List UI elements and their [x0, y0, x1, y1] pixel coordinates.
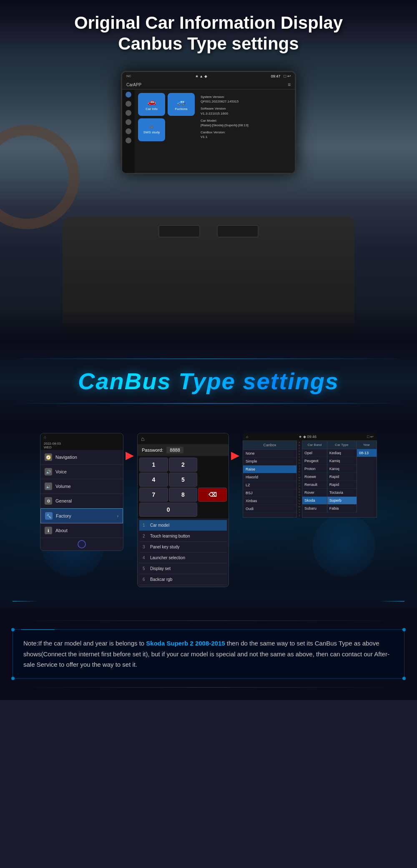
screen-info-panel: System Version: QF001.20220827.145315 So… [199, 93, 291, 170]
fuctions-icon: 🚙 [177, 98, 186, 106]
brand-simple[interactable]: Simple [243, 458, 296, 465]
key-7[interactable]: 7 [139, 488, 168, 502]
fuctions-btn[interactable]: 🚙 Fuctions [168, 93, 195, 116]
band-subaru[interactable]: Subaru [302, 505, 327, 513]
factory-item-1-num: 1 [143, 523, 148, 528]
car-info-btn[interactable]: 🚗 Car Info [138, 93, 165, 116]
factory-item-3-num: 3 [143, 545, 148, 549]
band-roewe[interactable]: Roewe [302, 473, 327, 481]
type-karoq[interactable]: Karoq [327, 465, 357, 473]
brand-lz[interactable]: LZ [243, 481, 296, 489]
brand-oudi[interactable]: Oudi [243, 505, 296, 513]
screen-status-left: NC [126, 74, 131, 78]
brand-raise[interactable]: Raise [243, 465, 296, 473]
header-car-type: Car Type [327, 441, 357, 449]
brand-list: None Simple Raise Hiworld LZ BSJ Xinbas … [243, 450, 296, 513]
band-skoda[interactable]: Skoda [302, 497, 327, 505]
panel3-home-icon: ⌂ [246, 435, 248, 439]
key-8[interactable]: 8 [169, 488, 198, 502]
sws-label: SWS study [143, 130, 160, 134]
type-rapid2[interactable]: Rapid [327, 481, 357, 489]
car-screen-container: NC ★ ▲ ◆ 09:47 □ ↩ CarAPP ≡ [121, 71, 296, 174]
factory-item-car-model[interactable]: 1 Car model [139, 520, 227, 531]
type-fabia[interactable]: Fabia [327, 505, 357, 513]
main-title-line1: Original Car Information Display [17, 13, 400, 33]
factory-item-display[interactable]: 5 Display set [139, 563, 227, 574]
menu-item-about[interactable]: ℹ About [40, 523, 123, 538]
band-renault[interactable]: Renault [302, 481, 327, 489]
key-4[interactable]: 4 [139, 473, 168, 487]
factory-item-touch[interactable]: 2 Touch learning button [139, 531, 227, 542]
about-label: About [55, 528, 68, 533]
panel1-circle-indicator [78, 540, 86, 548]
factory-item-4-label: Launcher selection [150, 555, 185, 560]
menu-item-voice[interactable]: 🔊 Voice [40, 465, 123, 479]
factory-item-launcher[interactable]: 4 Launcher selection [139, 553, 227, 563]
header-car-band: Car Band [302, 441, 327, 449]
type-superb[interactable]: Superb [327, 497, 357, 505]
alphabet-index: ABC DEF GHI JKL MNO PQR STU VWX YZ [297, 440, 302, 518]
key-del[interactable]: ⌫ [198, 488, 227, 502]
canbox-version-info: CanBox Version: V1:1 [201, 130, 290, 139]
panel-canbox: Canbox None Simple Raise Hiworld LZ BSJ … [243, 440, 297, 518]
note-prefix: Note:If the car model and year is belong… [23, 640, 146, 647]
voice-icon: 🔊 [45, 468, 52, 475]
band-peugeot[interactable]: Peugeot [302, 457, 327, 465]
canbox-header: Canbox [243, 441, 296, 450]
corner-dot-br [402, 677, 406, 680]
corner-dot-tl [11, 628, 15, 631]
menu-item-factory[interactable]: 🔧 Factory › [40, 508, 123, 523]
canbus-section-title: CanBus Type settings [8, 368, 409, 395]
panel1-date: 2022-08-03 WED [40, 441, 123, 450]
screen-time: 09:47 [271, 74, 281, 78]
password-bar: Password: 8888 [138, 444, 229, 456]
panel2-container: ⌂ Password: 8888 1 2 4 5 7 8 ⌫ [137, 433, 239, 587]
factory-item-6-num: 6 [143, 577, 148, 582]
factory-item-2-num: 2 [143, 534, 148, 538]
car-info-label: Car Info [146, 107, 157, 111]
screen-statusbar: NC ★ ▲ ◆ 09:47 □ ↩ [122, 72, 295, 80]
brand-bsj[interactable]: BSJ [243, 489, 296, 497]
key-2[interactable]: 2 [169, 458, 198, 472]
screen-apps: 🚗 Car Info 🚙 Fuctions 🎮 SWS stu [138, 93, 195, 170]
screen-icons: ★ ▲ ◆ [131, 74, 271, 78]
factory-item-backcar[interactable]: 6 Backcar rgb [139, 574, 227, 585]
brand-hiworld[interactable]: Hiworld [243, 473, 296, 481]
sws-study-btn[interactable]: 🎮 SWS study [138, 118, 165, 141]
factory-item-5-label: Display set [150, 566, 171, 571]
factory-item-panel[interactable]: 3 Panel key study [139, 542, 227, 553]
factory-item-6-label: Backcar rgb [150, 577, 172, 582]
screen-sidebar [122, 90, 135, 173]
type-kamiq[interactable]: Kamiq [327, 457, 357, 465]
type-toctavia[interactable]: Toctavia [327, 489, 357, 497]
app-row-2: 🎮 SWS study [138, 118, 195, 141]
menu-item-volume[interactable]: 🔉 Volume [40, 479, 123, 494]
band-opel[interactable]: Opel [302, 449, 327, 457]
key-0[interactable]: 0 [139, 503, 197, 517]
factory-item-3-label: Panel key study [150, 545, 180, 549]
menu-item-navigation[interactable]: 🧭 Navigation [40, 450, 123, 465]
software-version-label: Software Version V1.3-221015.1600 [201, 106, 290, 115]
arrow-1: ▶ [126, 433, 133, 461]
panel-car-type: Car Band Car Type Year Opel Peugeot Prot… [302, 440, 377, 518]
year-0813[interactable]: 08-13 [357, 449, 377, 457]
screen-main: 🚗 Car Info 🚙 Fuctions 🎮 SWS stu [135, 90, 295, 173]
brand-xinbas[interactable]: Xinbas [243, 497, 296, 505]
key-1[interactable]: 1 [139, 458, 168, 472]
band-rover[interactable]: Rover [302, 489, 327, 497]
arrow-right-icon-1: ▶ [126, 450, 133, 461]
panel4-content: Opel Peugeot Proton Roewe Renault Rover … [302, 449, 377, 513]
panel3-time: ★ ◆ 09:46 [299, 435, 317, 439]
key-blank1 [198, 458, 227, 472]
corner-dot-tr [402, 628, 406, 631]
password-value: 8888 [166, 447, 183, 453]
type-rapid1[interactable]: Rapid [327, 473, 357, 481]
menu-item-general[interactable]: ⚙ General [40, 494, 123, 508]
key-5[interactable]: 5 [169, 473, 198, 487]
sidebar-icon-5 [126, 138, 131, 143]
deco-line-top [8, 358, 409, 359]
type-kediaq[interactable]: Kediaq [327, 449, 357, 457]
brand-none[interactable]: None [243, 450, 296, 458]
band-proton[interactable]: Proton [302, 465, 327, 473]
note-text: Note:If the car model and year is belong… [23, 638, 394, 670]
